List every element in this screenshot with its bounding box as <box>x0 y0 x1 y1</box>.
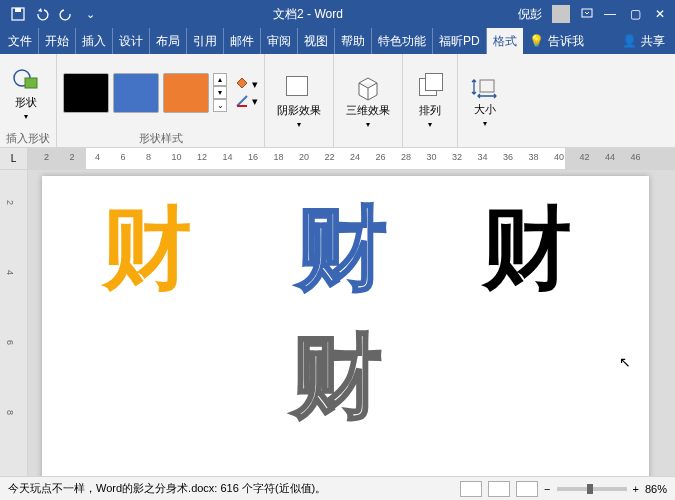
avatar[interactable] <box>552 5 570 23</box>
maximize-icon[interactable]: ▢ <box>630 7 641 21</box>
ruler-tick: 2 <box>70 152 75 162</box>
wordart-gray-outline[interactable]: 财 <box>292 316 382 438</box>
chevron-down-icon: ▾ <box>366 120 370 129</box>
style-orange[interactable] <box>163 73 209 113</box>
undo-icon[interactable] <box>34 6 50 22</box>
style-gallery[interactable]: ▴ ▾ ⌄ <box>63 73 227 113</box>
close-icon[interactable]: ✕ <box>655 7 665 21</box>
bulb-icon: 💡 <box>529 34 544 48</box>
ruler-tick: 20 <box>299 152 309 162</box>
wordart-gold[interactable]: 财 <box>102 188 192 310</box>
ribbon-options-icon[interactable] <box>580 6 594 23</box>
ruler-tick: 14 <box>223 152 233 162</box>
title-bar: ⌄ 文档2 - Word 倪彭 — ▢ ✕ <box>0 0 675 28</box>
group-size: 大小▾ <box>458 54 512 147</box>
group-shape-styles: ▴ ▾ ⌄ ▾ ▾ 形状样式 <box>57 54 265 147</box>
ruler-tick: 26 <box>376 152 386 162</box>
zoom-in-button[interactable]: + <box>633 483 639 495</box>
share-icon: 👤 <box>622 34 637 48</box>
ruler-tick: 38 <box>529 152 539 162</box>
shadow-icon <box>284 73 314 101</box>
redo-icon[interactable] <box>58 6 74 22</box>
view-read-button[interactable] <box>460 481 482 497</box>
save-icon[interactable] <box>10 6 26 22</box>
chevron-down-icon: ▾ <box>428 120 432 129</box>
svg-rect-6 <box>480 80 494 92</box>
status-text: 今天玩点不一样，Word的影之分身术.docx: 616 个字符(近似值)。 <box>8 481 326 496</box>
arrange-button[interactable]: 排列▾ <box>409 71 451 131</box>
view-print-button[interactable] <box>488 481 510 497</box>
group-label: 插入形状 <box>6 129 50 146</box>
ruler-tick: 10 <box>172 152 182 162</box>
cursor-icon: ↖ <box>619 354 631 370</box>
ruler-tick: 2 <box>44 152 49 162</box>
gallery-up-icon[interactable]: ▴ <box>213 73 227 86</box>
wordart-black[interactable]: 财 <box>482 188 572 310</box>
horizontal-ruler[interactable]: L 22468101214161820222426283032343638404… <box>0 148 675 170</box>
svg-rect-4 <box>25 78 37 88</box>
tab-insert[interactable]: 插入 <box>76 28 113 54</box>
page[interactable]: 财 财 财 财 <box>42 176 649 476</box>
document-area[interactable]: 财 财 财 财 ↖ <box>28 170 675 476</box>
ruler-tick: 44 <box>605 152 615 162</box>
tab-mailings[interactable]: 邮件 <box>224 28 261 54</box>
chevron-down-icon: ▾ <box>24 112 28 121</box>
ruler-tick: 18 <box>274 152 284 162</box>
ruler-tick: 4 <box>95 152 100 162</box>
cube-icon <box>353 73 383 101</box>
tab-special[interactable]: 特色功能 <box>372 28 433 54</box>
workspace: 2468 财 财 财 财 ↖ <box>0 170 675 476</box>
ruler-tick: 6 <box>121 152 126 162</box>
ruler-tick: 8 <box>146 152 151 162</box>
group-shadow: 阴影效果▾ <box>265 54 334 147</box>
group-insert-shapes: 形状 ▾ 插入形状 <box>0 54 57 147</box>
vruler-tick: 4 <box>5 270 15 275</box>
tab-references[interactable]: 引用 <box>187 28 224 54</box>
group-arrange: 排列▾ <box>403 54 458 147</box>
minimize-icon[interactable]: — <box>604 7 616 21</box>
tell-me[interactable]: 💡告诉我 <box>529 33 584 50</box>
ruler-tick: 12 <box>197 152 207 162</box>
gallery-more-icon[interactable]: ⌄ <box>213 99 227 112</box>
wordart-blue-outline[interactable]: 财 <box>297 188 387 310</box>
tab-design[interactable]: 设计 <box>113 28 150 54</box>
ruler-tick: 16 <box>248 152 258 162</box>
shapes-button[interactable]: 形状 ▾ <box>6 63 46 123</box>
tab-view[interactable]: 视图 <box>298 28 335 54</box>
vruler-tick: 6 <box>5 340 15 345</box>
gallery-down-icon[interactable]: ▾ <box>213 86 227 99</box>
zoom-out-button[interactable]: − <box>544 483 550 495</box>
shape-outline-button[interactable]: ▾ <box>235 94 258 108</box>
zoom-level[interactable]: 86% <box>645 483 667 495</box>
shadow-button[interactable]: 阴影效果▾ <box>271 71 327 131</box>
chevron-down-icon: ▾ <box>483 119 487 128</box>
user-name: 倪彭 <box>518 6 542 23</box>
vertical-ruler[interactable]: 2468 <box>0 170 28 476</box>
ribbon-tabs: 文件 开始 插入 设计 布局 引用 邮件 审阅 视图 帮助 特色功能 福昕PD … <box>0 28 675 54</box>
share-button[interactable]: 👤共享 <box>622 33 665 50</box>
ruler-tick: 36 <box>503 152 513 162</box>
ruler-tick: 28 <box>401 152 411 162</box>
style-blue[interactable] <box>113 73 159 113</box>
ruler-corner: L <box>0 148 28 169</box>
tab-home[interactable]: 开始 <box>39 28 76 54</box>
ruler-tick: 32 <box>452 152 462 162</box>
size-button[interactable]: 大小▾ <box>464 72 506 130</box>
qat-more-icon[interactable]: ⌄ <box>82 6 98 22</box>
tab-layout[interactable]: 布局 <box>150 28 187 54</box>
ruler-tick: 42 <box>580 152 590 162</box>
tab-foxit[interactable]: 福昕PD <box>433 28 487 54</box>
view-web-button[interactable] <box>516 481 538 497</box>
ruler-tick: 46 <box>631 152 641 162</box>
style-black[interactable] <box>63 73 109 113</box>
ruler-tick: 34 <box>478 152 488 162</box>
tab-review[interactable]: 审阅 <box>261 28 298 54</box>
zoom-slider[interactable] <box>557 487 627 491</box>
threed-button[interactable]: 三维效果▾ <box>340 71 396 131</box>
tab-file[interactable]: 文件 <box>2 28 39 54</box>
shape-fill-button[interactable]: ▾ <box>235 77 258 91</box>
tab-help[interactable]: 帮助 <box>335 28 372 54</box>
tab-format[interactable]: 格式 <box>487 28 523 54</box>
chevron-down-icon: ▾ <box>297 120 301 129</box>
ruler-tick: 24 <box>350 152 360 162</box>
